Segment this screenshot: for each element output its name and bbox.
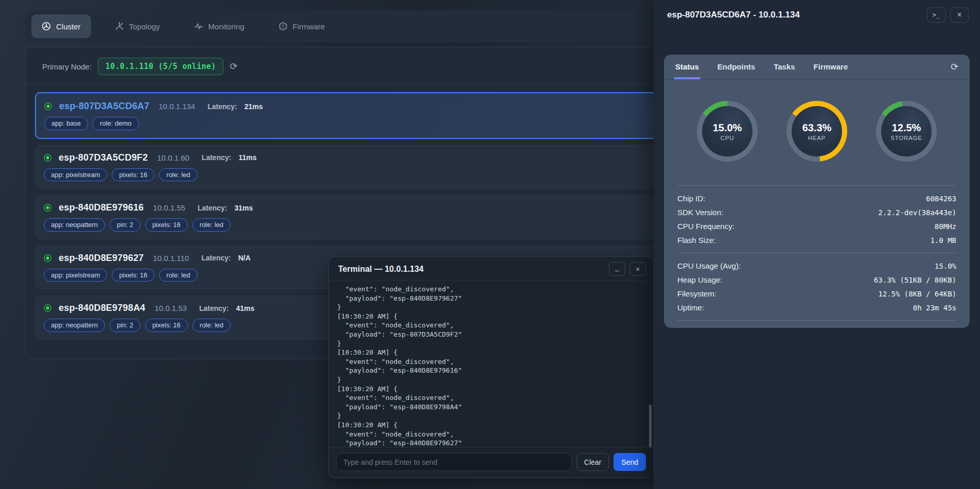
detail-tab-tasks[interactable]: Tasks	[774, 55, 795, 79]
close-icon: ×	[957, 10, 961, 20]
node-name: esp-840D8E979627	[59, 253, 144, 264]
info-value: 0h 23m 45s	[913, 304, 956, 312]
refresh-icon[interactable]: ⟳	[230, 62, 237, 71]
info-row: Chip ID:6084263	[677, 191, 956, 205]
gauge-value: 63.3%	[802, 122, 832, 134]
detail-tab-status[interactable]: Status	[675, 55, 699, 79]
detail-title: esp-807D3A5CD6A7 - 10.0.1.134	[667, 10, 800, 20]
tab-topology[interactable]: Topology	[104, 14, 170, 38]
node-tag: role: led	[192, 218, 231, 232]
terminal-input[interactable]	[336, 453, 572, 471]
info-row: CPU Frequency:80MHz	[677, 219, 956, 233]
info-group: CPU Usage (Avg):15.0%Heap Usage:63.3% (5…	[677, 253, 956, 321]
info-label: Flash Size:	[677, 236, 715, 244]
info-row: CPU Usage (Avg):15.0%	[677, 259, 956, 273]
gauge-heap: 63.3%HEAP	[786, 101, 847, 162]
terminal-input-row: Clear Send	[329, 447, 653, 478]
info-label: SDK Version:	[677, 208, 723, 217]
node-name: esp-840D8E9798A4	[59, 303, 145, 313]
tab-label: Topology	[129, 22, 160, 31]
info-value: 80MHz	[935, 222, 956, 231]
terminal-window: Terminal — 10.0.1.134 _ × "event": "node…	[328, 256, 654, 478]
node-tag: role: led	[159, 269, 197, 282]
info-value: 63.3% (51KB / 80KB)	[874, 276, 956, 284]
minimize-button[interactable]: _	[609, 262, 625, 276]
send-button[interactable]: Send	[614, 453, 646, 471]
node-tag: pixels: 16	[112, 168, 154, 182]
detail-tab-endpoints[interactable]: Endpoints	[717, 55, 755, 79]
detail-tab-firmware[interactable]: Firmware	[814, 55, 848, 79]
gauge-center: 63.3%HEAP	[792, 106, 842, 156]
info-value: 1.0 MB	[930, 236, 956, 244]
online-status-icon	[44, 102, 52, 110]
tab-label: Monitoring	[208, 22, 244, 31]
info-value: 6084263	[926, 195, 956, 203]
online-status-icon	[44, 304, 51, 312]
node-tag: pixels: 16	[145, 319, 188, 332]
node-tag: app: base	[44, 117, 88, 130]
gauge-ring: 15.0%CPU	[697, 101, 758, 162]
info-label: CPU Frequency:	[677, 222, 734, 231]
info-row: Flash Size:1.0 MB	[677, 233, 956, 247]
node-ip: 10.0.1.60	[157, 153, 189, 162]
online-status-icon	[44, 254, 51, 262]
node-tag: role: led	[192, 319, 231, 332]
node-name: esp-807D3A5CD6A7	[59, 101, 149, 112]
latency-label: Latency:	[199, 304, 229, 312]
terminal-output: "event": "node_discovered", "payload": "…	[329, 281, 653, 447]
info-label: Uptime:	[677, 303, 704, 312]
gauge-storage: 12.5%STORAGE	[876, 101, 937, 162]
gauge-center: 12.5%STORAGE	[881, 106, 932, 156]
node-ip: 10.0.1.53	[154, 304, 187, 312]
gauge-value: 15.0%	[713, 122, 742, 134]
node-tag: pixels: 16	[145, 218, 188, 232]
node-tag: role: led	[159, 168, 197, 182]
tab-firmware[interactable]: Firmware	[268, 14, 336, 38]
terminal-log: "event": "node_discovered", "payload": "…	[337, 285, 645, 447]
terminal-header: Terminal — 10.0.1.134 _ ×	[329, 257, 653, 281]
online-status-icon	[44, 154, 51, 162]
detail-header: esp-807D3A5CD6A7 - 10.0.1.134 >_ ×	[654, 0, 980, 29]
node-ip: 10.0.1.55	[153, 203, 185, 212]
info-label: Heap Usage:	[677, 275, 723, 284]
primary-node-badge: 10.0.1.110 (5/5 online)	[98, 58, 224, 75]
gauges-row: 15.0%CPU63.3%HEAP12.5%STORAGE	[664, 79, 970, 185]
info-label: Filesystem:	[677, 289, 716, 298]
node-tag: pin: 2	[110, 319, 141, 332]
tab-label: Cluster	[56, 22, 81, 31]
terminal-prompt-icon: >_	[933, 11, 940, 19]
info-label: Chip ID:	[677, 194, 705, 203]
gauge-ring: 63.3%HEAP	[786, 101, 847, 162]
cluster-icon	[42, 22, 51, 31]
tab-label: Firmware	[293, 22, 325, 31]
latency-label: Latency:	[207, 102, 237, 111]
clear-button[interactable]: Clear	[576, 453, 609, 471]
primary-node-label: Primary Node:	[42, 62, 92, 71]
close-panel-button[interactable]: ×	[950, 7, 969, 23]
gauge-ring: 12.5%STORAGE	[876, 101, 937, 162]
node-name: esp-807D3A5CD9F2	[59, 152, 148, 163]
detail-tabs: StatusEndpointsTasksFirmware⟳	[664, 55, 970, 79]
status-card: StatusEndpointsTasksFirmware⟳ 15.0%CPU63…	[664, 55, 970, 328]
latency-label: Latency:	[201, 254, 231, 262]
info-value: 2.2.2-dev(38a443e)	[878, 208, 956, 217]
tab-cluster[interactable]: Cluster	[31, 14, 91, 38]
refresh-icon[interactable]: ⟳	[951, 61, 958, 73]
latency-label: Latency:	[198, 204, 227, 212]
tab-monitoring[interactable]: Monitoring	[184, 14, 255, 38]
gauge-label: CPU	[721, 135, 734, 141]
open-terminal-button[interactable]: >_	[927, 7, 946, 23]
firmware-icon	[278, 22, 288, 31]
latency-value: N/A	[238, 254, 251, 262]
close-button[interactable]: ×	[629, 262, 646, 276]
info-label: CPU Usage (Avg):	[677, 261, 741, 270]
node-ip: 10.0.1.110	[153, 254, 189, 263]
gauge-cpu: 15.0%CPU	[697, 101, 758, 162]
info-group: Chip ID:6084263SDK Version:2.2.2-dev(38a…	[677, 185, 956, 253]
node-name: esp-840D8E979616	[59, 202, 144, 213]
info-value: 15.0%	[935, 262, 956, 270]
node-tag: pixels: 16	[112, 269, 154, 282]
minimize-icon: _	[615, 263, 619, 271]
gauge-label: STORAGE	[890, 135, 922, 141]
terminal-scrollbar[interactable]	[649, 405, 652, 447]
